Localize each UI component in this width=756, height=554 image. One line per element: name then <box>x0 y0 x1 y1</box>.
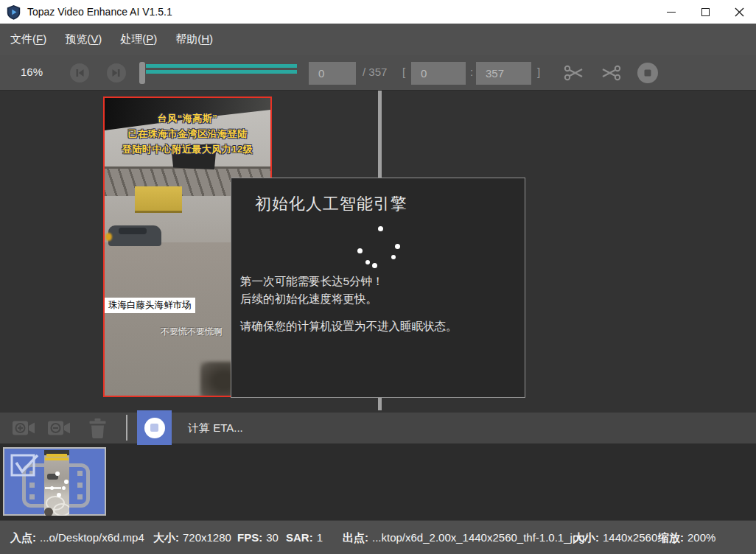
clip-checkbox-checked[interactable] <box>10 453 40 478</box>
app-window: Topaz Video Enhance AI V1.5.1 文件(F) 预览(V… <box>0 0 756 554</box>
menubar: 文件(F) 预览(V) 处理(P) 帮助(H) <box>0 24 756 55</box>
trim-close-bracket: ] <box>537 66 540 78</box>
cut-end-scissors-icon[interactable] <box>600 63 622 83</box>
window-title: Topaz Video Enhance AI V1.5.1 <box>27 6 172 18</box>
status-fps: FPS:30 <box>237 531 279 544</box>
video-hazard-light <box>105 233 112 241</box>
menu-preview[interactable]: 预览(V) <box>57 28 110 51</box>
clip-thumbnail-selected[interactable] <box>3 447 106 516</box>
window-controls <box>654 0 756 24</box>
video-submerged-car <box>108 225 161 246</box>
skip-back-button[interactable] <box>70 63 89 83</box>
status-input-path: 入点:...o/Desktop/x6d.mp4 <box>10 531 144 545</box>
actionbar-divider <box>126 415 127 441</box>
trim-open-bracket: [ <box>402 66 405 78</box>
menu-file[interactable]: 文件(F) <box>2 28 55 51</box>
app-logo-icon <box>7 4 21 20</box>
total-frames-label: / 357 <box>363 66 387 78</box>
minimize-icon <box>667 12 676 13</box>
clip-list <box>0 443 756 520</box>
status-output-path: 出点:...ktop/x6d_2.00x_1440x2560_thf-1.0.1… <box>343 531 588 545</box>
menu-process-mnemonic: P <box>146 32 153 45</box>
eta-status: 计算 ETA... <box>188 421 243 435</box>
minimize-button[interactable] <box>654 0 688 24</box>
menu-file-mnemonic: F <box>36 32 43 45</box>
skip-forward-button[interactable] <box>107 63 126 83</box>
video-yellow-billboard <box>135 186 182 213</box>
statusbar: 入点:...o/Desktop/x6d.mp4 大小:720x1280 FPS:… <box>0 520 756 554</box>
dialog-body: 第一次可能需要长达5分钟！ 后续的初始化速度将更快。 请确保您的计算机设置为不进… <box>240 273 458 335</box>
cut-start-scissors-icon[interactable] <box>563 63 585 83</box>
status-input-size: 大小:720x1280 <box>153 531 231 545</box>
stop-playback-icon[interactable] <box>637 62 659 84</box>
video-location-label: 珠海白藤头海鲜市场 <box>105 298 195 313</box>
processing-actionbar: 计算 ETA... <box>0 413 756 443</box>
menu-file-label: 文件( <box>10 32 36 45</box>
menu-preview-mnemonic: V <box>91 32 98 45</box>
zoom-level: 16% <box>21 66 43 78</box>
menu-process-label: 处理( <box>120 32 146 45</box>
status-output-size: 大小:1440x2560 <box>573 531 657 545</box>
timeline-track-top[interactable] <box>146 64 297 68</box>
menu-help-mnemonic: H <box>201 32 209 45</box>
video-caption: 不要慌不要慌啊 <box>161 326 223 338</box>
trim-separator: : <box>470 66 473 78</box>
dialog-line-2: 后续的初始化速度将更快。 <box>240 290 458 308</box>
video-title-overlay: 台风“海高斯” 已在珠海市金湾区沿海登陆 登陆时中心附近最大风力12级 <box>105 111 270 157</box>
menu-help-label: 帮助( <box>175 32 201 45</box>
close-icon <box>735 7 744 17</box>
init-engine-dialog: 初始化人工智能引擎 第一次可能需要长达5分钟！ 后续的初始化速度将更快。 请确保… <box>231 178 525 398</box>
dialog-title: 初始化人工智能引擎 <box>255 193 407 215</box>
titlebar: Topaz Video Enhance AI V1.5.1 <box>0 0 756 24</box>
stop-processing-button[interactable] <box>137 410 172 445</box>
maximize-button[interactable] <box>688 0 722 24</box>
preview-area: 台风“海高斯” 已在珠海市金湾区沿海登陆 登陆时中心附近最大风力12级 珠海白藤… <box>0 91 756 413</box>
add-clip-camera-plus-icon[interactable] <box>12 419 37 437</box>
current-frame-input[interactable] <box>309 62 356 85</box>
stop-processing-icon <box>144 418 165 438</box>
menu-help[interactable]: 帮助(H) <box>167 28 221 51</box>
timeline-track-bottom[interactable] <box>146 70 297 74</box>
dialog-line-3: 请确保您的计算机设置为不进入睡眠状态。 <box>240 318 458 335</box>
delete-clip-trash-icon[interactable] <box>88 418 108 439</box>
menu-preview-label: 预览( <box>65 32 91 45</box>
remove-clip-camera-minus-icon[interactable] <box>47 419 72 437</box>
playback-toolbar: 16% / 357 [ : ] <box>0 55 756 91</box>
dialog-line-1: 第一次可能需要长达5分钟！ <box>240 273 458 290</box>
menu-process[interactable]: 处理(P) <box>112 28 165 51</box>
trim-start-input[interactable] <box>411 62 466 85</box>
trim-end-input[interactable] <box>476 62 531 85</box>
close-button[interactable] <box>722 0 756 24</box>
status-scale: 缩放:200% <box>658 531 715 545</box>
maximize-icon <box>701 8 710 16</box>
status-sar: SAR:1 <box>286 531 323 544</box>
timeline-slider-handle[interactable] <box>139 62 145 84</box>
